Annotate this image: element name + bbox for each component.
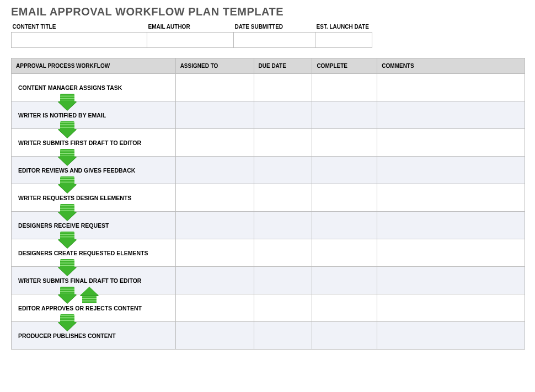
workflow-header-complete: COMPLETE [312, 58, 377, 74]
table-row: CONTENT MANAGER ASSIGNS TASK [12, 74, 525, 101]
meta-table: CONTENT TITLE EMAIL AUTHOR DATE SUBMITTE… [11, 23, 372, 48]
table-row: WRITER SUBMITS FINAL DRAFT TO EDITOR [12, 267, 525, 294]
workflow-cell-assigned[interactable] [175, 184, 254, 212]
workflow-step-cell: WRITER SUBMITS FINAL DRAFT TO EDITOR [12, 267, 176, 294]
arrow-down-icon [60, 259, 74, 276]
workflow-step-cell: EDITOR REVIEWS AND GIVES FEEDBACK [12, 157, 176, 184]
workflow-cell-due[interactable] [254, 239, 312, 267]
workflow-step-cell: DESIGNERS CREATE REQUESTED ELEMENTS [12, 239, 176, 267]
workflow-cell-comments[interactable] [377, 101, 525, 129]
workflow-step-cell: WRITER SUBMITS FIRST DRAFT TO EDITOR [12, 129, 176, 157]
workflow-step-label: PRODUCER PUBLISHES CONTENT [18, 332, 116, 339]
workflow-cell-complete[interactable] [312, 157, 377, 184]
workflow-cell-comments[interactable] [377, 322, 525, 350]
workflow-step-label: EDITOR REVIEWS AND GIVES FEEDBACK [18, 167, 135, 174]
arrow-down-icon [60, 94, 74, 110]
workflow-cell-comments[interactable] [377, 74, 525, 101]
workflow-cell-assigned[interactable] [175, 267, 254, 294]
workflow-cell-comments[interactable] [377, 157, 525, 184]
workflow-cell-due[interactable] [254, 294, 312, 322]
meta-cell-est-launch[interactable] [315, 33, 372, 48]
arrow-down-icon [60, 176, 74, 193]
workflow-step-cell: DESIGNERS RECEIVE REQUEST [12, 212, 176, 239]
workflow-step-label: DESIGNERS RECEIVE REQUEST [18, 222, 109, 229]
workflow-cell-comments[interactable] [377, 294, 525, 322]
table-row: DESIGNERS RECEIVE REQUEST [12, 212, 525, 239]
meta-cell-content-title[interactable] [12, 33, 147, 48]
arrow-down-icon [60, 121, 74, 138]
workflow-cell-complete[interactable] [312, 74, 377, 101]
workflow-cell-complete[interactable] [312, 101, 377, 129]
workflow-cell-assigned[interactable] [175, 322, 254, 350]
table-row: WRITER REQUESTS DESIGN ELEMENTS [12, 184, 525, 212]
workflow-cell-complete[interactable] [312, 212, 377, 239]
workflow-header-due: DUE DATE [254, 58, 312, 74]
table-row: WRITER IS NOTIFIED BY EMAIL [12, 101, 525, 129]
meta-header-email-author: EMAIL AUTHOR [147, 23, 234, 33]
workflow-cell-due[interactable] [254, 212, 312, 239]
workflow-cell-complete[interactable] [312, 294, 377, 322]
workflow-step-label: DESIGNERS CREATE REQUESTED ELEMENTS [18, 250, 148, 256]
workflow-step-label: WRITER SUBMITS FINAL DRAFT TO EDITOR [18, 277, 141, 284]
workflow-cell-complete[interactable] [312, 129, 377, 157]
meta-header-content-title: CONTENT TITLE [12, 23, 147, 33]
workflow-step-label: EDITOR APPROVES OR REJECTS CONTENT [18, 305, 142, 312]
workflow-step-label: WRITER IS NOTIFIED BY EMAIL [18, 112, 106, 119]
meta-header-date-submitted: DATE SUBMITTED [234, 23, 315, 33]
workflow-step-cell: WRITER IS NOTIFIED BY EMAIL [12, 101, 176, 129]
workflow-cell-due[interactable] [254, 184, 312, 212]
table-row: DESIGNERS CREATE REQUESTED ELEMENTS [12, 239, 525, 267]
meta-cell-email-author[interactable] [147, 33, 234, 48]
workflow-cell-complete[interactable] [312, 322, 377, 350]
workflow-cell-due[interactable] [254, 101, 312, 129]
page-title: EMAIL APPROVAL WORKFLOW PLAN TEMPLATE [0, 0, 535, 23]
workflow-step-cell: CONTENT MANAGER ASSIGNS TASK [12, 74, 176, 101]
workflow-cell-due[interactable] [254, 129, 312, 157]
workflow-step-cell: WRITER REQUESTS DESIGN ELEMENTS [12, 184, 176, 212]
table-row: PRODUCER PUBLISHES CONTENT [12, 322, 525, 350]
workflow-table: APPROVAL PROCESS WORKFLOW ASSIGNED TO DU… [11, 58, 525, 350]
meta-cell-date-submitted[interactable] [234, 33, 315, 48]
arrow-down-icon [60, 232, 74, 248]
table-row: EDITOR REVIEWS AND GIVES FEEDBACK [12, 157, 525, 184]
workflow-cell-comments[interactable] [377, 267, 525, 294]
workflow-cell-comments[interactable] [377, 129, 525, 157]
arrow-down-icon [60, 314, 74, 331]
arrow-down-icon [60, 204, 74, 221]
workflow-cell-comments[interactable] [377, 212, 525, 239]
workflow-cell-due[interactable] [254, 74, 312, 101]
workflow-step-label: CONTENT MANAGER ASSIGNS TASK [18, 84, 122, 91]
workflow-cell-due[interactable] [254, 267, 312, 294]
workflow-cell-assigned[interactable] [175, 74, 254, 101]
workflow-cell-assigned[interactable] [175, 294, 254, 322]
workflow-header-assigned: ASSIGNED TO [175, 58, 254, 74]
workflow-cell-comments[interactable] [377, 239, 525, 267]
arrow-up-icon [82, 287, 97, 303]
workflow-cell-due[interactable] [254, 322, 312, 350]
arrow-down-icon [60, 287, 74, 303]
workflow-step-label: WRITER REQUESTS DESIGN ELEMENTS [18, 195, 131, 201]
workflow-cell-assigned[interactable] [175, 239, 254, 267]
workflow-header-comments: COMMENTS [377, 58, 525, 74]
workflow-cell-complete[interactable] [312, 239, 377, 267]
workflow-step-label: WRITER SUBMITS FIRST DRAFT TO EDITOR [18, 139, 141, 146]
arrow-down-icon [60, 149, 74, 165]
table-row: WRITER SUBMITS FIRST DRAFT TO EDITOR [12, 129, 525, 157]
workflow-cell-complete[interactable] [312, 184, 377, 212]
meta-header-est-launch: EST. LAUNCH DATE [315, 23, 372, 33]
workflow-cell-assigned[interactable] [175, 157, 254, 184]
workflow-cell-comments[interactable] [377, 184, 525, 212]
workflow-cell-due[interactable] [254, 157, 312, 184]
workflow-header-process: APPROVAL PROCESS WORKFLOW [12, 58, 176, 74]
workflow-cell-complete[interactable] [312, 267, 377, 294]
workflow-cell-assigned[interactable] [175, 101, 254, 129]
workflow-step-cell: PRODUCER PUBLISHES CONTENT [12, 322, 176, 350]
workflow-cell-assigned[interactable] [175, 129, 254, 157]
workflow-cell-assigned[interactable] [175, 212, 254, 239]
